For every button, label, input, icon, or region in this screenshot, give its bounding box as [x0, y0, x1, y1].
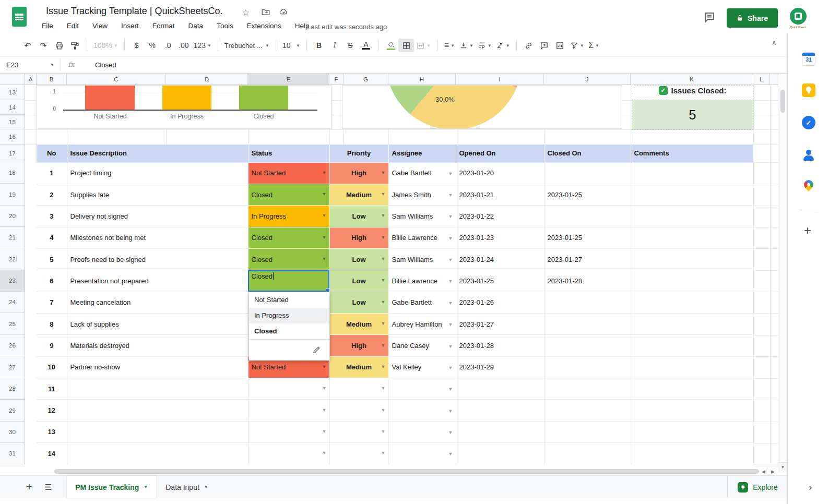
row-header-29[interactable]: 29 — [0, 400, 25, 422]
tab-menu-icon[interactable]: ▼ — [204, 485, 208, 489]
cell-status[interactable]: Not Started▼ — [248, 162, 329, 184]
dropdown-arrow-icon[interactable]: ▼ — [448, 278, 453, 285]
row-header-26[interactable]: 26 — [0, 335, 25, 356]
status-bar-chart[interactable]: 1 0 Not Started In Progress Closed — [37, 85, 331, 129]
dropdown-arrow-icon[interactable]: ▼ — [381, 450, 386, 455]
dropdown-arrow-icon[interactable]: ▼ — [448, 299, 453, 307]
dropdown-arrow-icon[interactable]: ▼ — [381, 235, 386, 240]
insert-link-button[interactable] — [521, 39, 537, 52]
paint-format-button[interactable] — [67, 39, 82, 52]
last-edit-link[interactable]: Last edit was seconds ago — [307, 23, 387, 31]
cell-assignee[interactable]: Aubrey Hamilton▼ — [388, 314, 456, 335]
cell-no[interactable]: 4 — [37, 227, 67, 248]
undo-button[interactable]: ↶ — [20, 39, 35, 52]
cell-opened-on[interactable]: 2023-01-22 — [456, 206, 544, 227]
cell-assignee[interactable]: Billie Lawrence▼ — [388, 270, 456, 292]
google-tasks-icon[interactable]: ✓ — [802, 116, 815, 129]
cell-no[interactable]: 8 — [37, 314, 67, 335]
column-header-e[interactable]: E — [248, 74, 329, 85]
cell-assignee[interactable]: Billie Lawrence▼ — [388, 227, 456, 248]
scroll-down-button[interactable]: ▼ — [778, 462, 787, 471]
cell-closed-on[interactable]: 2023-01-25 — [544, 227, 631, 248]
cell-opened-on[interactable]: 2023-01-23 — [456, 227, 544, 248]
cell-closed-on[interactable] — [544, 292, 631, 313]
cell-no[interactable]: 9 — [37, 335, 67, 356]
dropdown-arrow-icon[interactable]: ▼ — [322, 256, 327, 261]
row-header-18[interactable]: 18 — [0, 162, 25, 184]
cell-priority[interactable]: Medium▼ — [329, 314, 388, 335]
cell-no[interactable]: 7 — [37, 292, 67, 313]
sheet-tab-data-input[interactable]: Data Input▼ — [156, 483, 218, 491]
row-header-24[interactable]: 24 — [0, 292, 25, 313]
cell-status[interactable]: ▼ — [248, 421, 329, 442]
dropdown-arrow-icon[interactable]: ▼ — [381, 299, 386, 305]
header-no[interactable]: No — [37, 145, 67, 162]
fill-color-button[interactable] — [383, 39, 398, 52]
cell-comments[interactable] — [631, 184, 753, 205]
cell-assignee[interactable]: Dane Casey▼ — [388, 335, 456, 356]
dropdown-arrow-icon[interactable]: ▼ — [448, 407, 453, 415]
dropdown-option-closed[interactable]: Closed — [249, 323, 329, 339]
header-status[interactable]: Status — [248, 145, 329, 162]
dropdown-arrow-icon[interactable]: ▼ — [381, 170, 386, 175]
cell-description[interactable]: Milestones not being met — [67, 227, 248, 248]
zoom-select[interactable]: 100%▼ — [91, 39, 120, 52]
cell-priority[interactable]: ▼ — [329, 421, 388, 442]
menu-extensions[interactable]: Extensions — [247, 22, 281, 30]
cell-no[interactable]: 6 — [37, 270, 67, 292]
cell-priority[interactable]: High▼ — [329, 162, 388, 184]
dropdown-arrow-icon[interactable]: ▼ — [322, 407, 327, 413]
dropdown-arrow-icon[interactable]: ▼ — [322, 429, 327, 434]
cell-assignee[interactable]: Sam Williams▼ — [388, 248, 456, 270]
format-currency-button[interactable]: $ — [129, 39, 145, 52]
column-header-a[interactable]: A — [25, 74, 37, 85]
star-icon[interactable]: ☆ — [242, 7, 250, 18]
header-assignee[interactable]: Assignee — [388, 145, 456, 162]
comment-history-icon[interactable] — [703, 11, 716, 26]
dropdown-arrow-icon[interactable]: ▼ — [448, 256, 453, 264]
column-header-d[interactable]: D — [166, 74, 248, 85]
dropdown-arrow-icon[interactable]: ▼ — [448, 386, 453, 393]
collapse-toolbar-icon[interactable]: ∧ — [772, 39, 777, 46]
cell-description[interactable]: Lack of supplies — [67, 314, 248, 335]
insert-comment-button[interactable] — [537, 39, 552, 52]
cloud-saved-icon[interactable] — [279, 7, 289, 19]
cell-priority[interactable]: High▼ — [329, 227, 388, 248]
strikethrough-button[interactable]: S — [342, 39, 358, 52]
cell-comments[interactable] — [631, 248, 753, 270]
cell-description[interactable] — [67, 421, 248, 442]
column-header-h[interactable]: H — [388, 74, 456, 85]
cell-no[interactable]: 11 — [37, 378, 67, 400]
fill-handle[interactable] — [326, 288, 330, 292]
name-box[interactable]: E23 — [6, 61, 18, 69]
text-rotation-button[interactable]: ▼ — [494, 39, 512, 52]
column-header-g[interactable]: G — [344, 74, 388, 85]
header-description[interactable]: Issue Description — [67, 145, 248, 162]
dropdown-arrow-icon[interactable]: ▼ — [322, 386, 327, 391]
cell-no[interactable]: 14 — [37, 443, 67, 464]
google-maps-icon[interactable] — [802, 178, 815, 191]
column-header-k[interactable]: K — [631, 74, 753, 85]
cell-opened-on[interactable]: 2023-01-24 — [456, 248, 544, 270]
tab-menu-icon[interactable]: ▼ — [144, 485, 148, 489]
scroll-right-button[interactable]: ▶ — [771, 469, 775, 474]
menu-format[interactable]: Format — [152, 22, 175, 30]
cell-opened-on[interactable] — [456, 378, 544, 400]
column-header-l[interactable]: L — [753, 74, 770, 85]
dropdown-arrow-icon[interactable]: ▼ — [322, 191, 327, 197]
header-opened-on[interactable]: Opened On — [456, 145, 544, 162]
text-wrap-button[interactable]: ▼ — [476, 39, 494, 52]
cell-no[interactable]: 3 — [37, 206, 67, 227]
cell-priority[interactable]: High▼ — [329, 335, 388, 356]
dropdown-arrow-icon[interactable]: ▼ — [322, 213, 327, 218]
dropdown-arrow-icon[interactable]: ▼ — [448, 191, 453, 199]
cell-priority[interactable]: Low▼ — [329, 292, 388, 313]
vertical-align-button[interactable]: ▼ — [457, 39, 476, 52]
cell-status[interactable]: ▼ — [248, 443, 329, 464]
cell-priority[interactable]: ▼ — [329, 443, 388, 464]
cell-opened-on[interactable] — [456, 400, 544, 421]
row-header-14[interactable]: 14 — [0, 100, 25, 115]
select-all-corner[interactable] — [0, 74, 25, 85]
row-header-17[interactable]: 17 — [0, 145, 25, 162]
cell-description[interactable] — [67, 400, 248, 421]
